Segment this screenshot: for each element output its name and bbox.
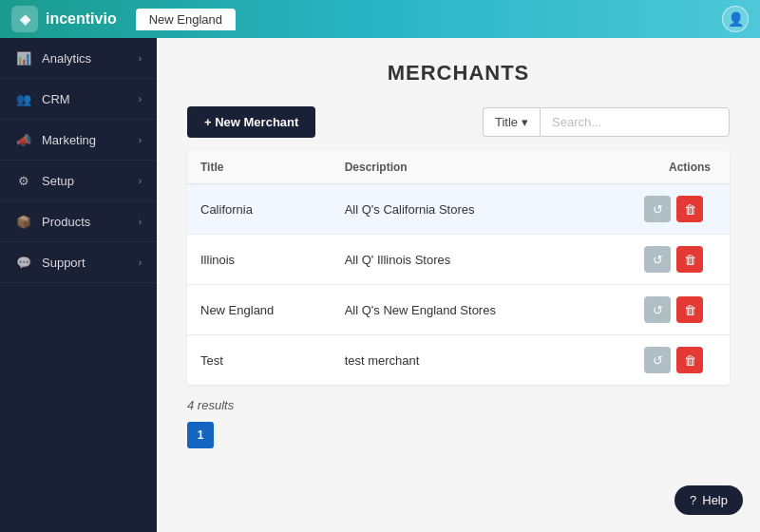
row-title: California — [187, 184, 332, 235]
logo-text: incentivio — [46, 10, 117, 28]
page-title: MERCHANTS — [187, 61, 730, 86]
chevron-icon: › — [139, 176, 142, 186]
main-layout: 📊 Analytics › 👥 CRM › 📣 Marketing › ⚙ Se… — [0, 38, 760, 532]
search-filter-button[interactable]: Title ▾ — [483, 107, 540, 137]
filter-chevron-icon: ▾ — [522, 115, 528, 129]
sidebar-label-marketing: Marketing — [42, 133, 139, 147]
sidebar: 📊 Analytics › 👥 CRM › 📣 Marketing › ⚙ Se… — [0, 38, 157, 532]
row-description: All Q's New England Stores — [332, 285, 588, 335]
delete-button[interactable]: 🗑 — [676, 246, 703, 273]
table-row: IllinoisAll Q' Illinois Stores↺🗑 — [187, 235, 730, 285]
table-row: New EnglandAll Q's New England Stores↺🗑 — [187, 285, 730, 335]
merchants-table: Title Description Actions CaliforniaAll … — [187, 151, 730, 385]
col-title: Title — [187, 151, 332, 184]
sidebar-label-crm: CRM — [42, 92, 139, 106]
table-row: Testtest merchant↺🗑 — [187, 335, 730, 386]
row-title: Test — [187, 335, 332, 386]
col-actions: Actions — [587, 151, 730, 184]
page-button-1[interactable]: 1 — [187, 422, 214, 448]
row-description: test merchant — [332, 335, 588, 386]
logo-icon: ◈ — [11, 6, 38, 32]
row-description: All Q's California Stores — [332, 184, 588, 235]
edit-button[interactable]: ↺ — [644, 196, 671, 222]
sidebar-label-support: Support — [42, 256, 139, 270]
sidebar-item-products[interactable]: 📦 Products › — [0, 201, 157, 242]
topbar: ◈ incentivio New England 👤 — [0, 0, 760, 38]
crm-icon: 👥 — [15, 90, 32, 107]
search-filter-label: Title — [495, 115, 518, 129]
sidebar-item-analytics[interactable]: 📊 Analytics › — [0, 38, 157, 79]
chevron-icon: › — [139, 94, 142, 104]
search-input[interactable] — [540, 107, 730, 137]
sidebar-label-setup: Setup — [42, 174, 139, 188]
user-avatar[interactable]: 👤 — [722, 6, 749, 32]
results-count: 4 results — [187, 398, 730, 412]
row-description: All Q' Illinois Stores — [332, 235, 588, 285]
help-button[interactable]: ? Help — [674, 485, 743, 515]
row-actions: ↺🗑 — [587, 184, 730, 235]
row-title: New England — [187, 285, 332, 335]
support-icon: 💬 — [15, 254, 32, 271]
sidebar-item-marketing[interactable]: 📣 Marketing › — [0, 120, 157, 161]
edit-button[interactable]: ↺ — [644, 347, 671, 373]
content-area: MERCHANTS + New Merchant Title ▾ Title D… — [157, 38, 760, 532]
chevron-icon: › — [139, 135, 142, 145]
table-header-row: Title Description Actions — [187, 151, 730, 184]
col-description: Description — [332, 151, 588, 184]
analytics-icon: 📊 — [15, 49, 32, 66]
search-wrapper: Title ▾ — [483, 107, 730, 137]
toolbar: + New Merchant Title ▾ — [187, 106, 730, 138]
edit-button[interactable]: ↺ — [644, 296, 671, 323]
sidebar-item-setup[interactable]: ⚙ Setup › — [0, 161, 157, 201]
row-actions: ↺🗑 — [587, 235, 730, 285]
delete-button[interactable]: 🗑 — [676, 347, 703, 373]
new-merchant-button[interactable]: + New Merchant — [187, 106, 315, 138]
marketing-icon: 📣 — [15, 131, 32, 148]
chevron-icon: › — [139, 53, 142, 64]
table-row: CaliforniaAll Q's California Stores↺🗑 — [187, 184, 730, 235]
chevron-icon: › — [139, 257, 142, 268]
help-icon: ? — [690, 493, 696, 507]
active-tab[interactable]: New England — [136, 9, 236, 30]
setup-icon: ⚙ — [15, 172, 32, 189]
products-icon: 📦 — [15, 213, 32, 230]
sidebar-label-products: Products — [42, 215, 139, 229]
row-actions: ↺🗑 — [587, 285, 730, 335]
chevron-icon: › — [139, 217, 142, 227]
sidebar-label-analytics: Analytics — [42, 51, 139, 66]
row-actions: ↺🗑 — [587, 335, 730, 386]
delete-button[interactable]: 🗑 — [676, 196, 703, 222]
edit-button[interactable]: ↺ — [644, 246, 671, 273]
delete-button[interactable]: 🗑 — [676, 296, 703, 323]
pagination: 1 — [187, 422, 730, 448]
logo: ◈ incentivio — [11, 6, 117, 32]
sidebar-item-crm[interactable]: 👥 CRM › — [0, 79, 157, 120]
row-title: Illinois — [187, 235, 332, 285]
sidebar-item-support[interactable]: 💬 Support › — [0, 242, 157, 283]
help-label: Help — [702, 493, 728, 507]
